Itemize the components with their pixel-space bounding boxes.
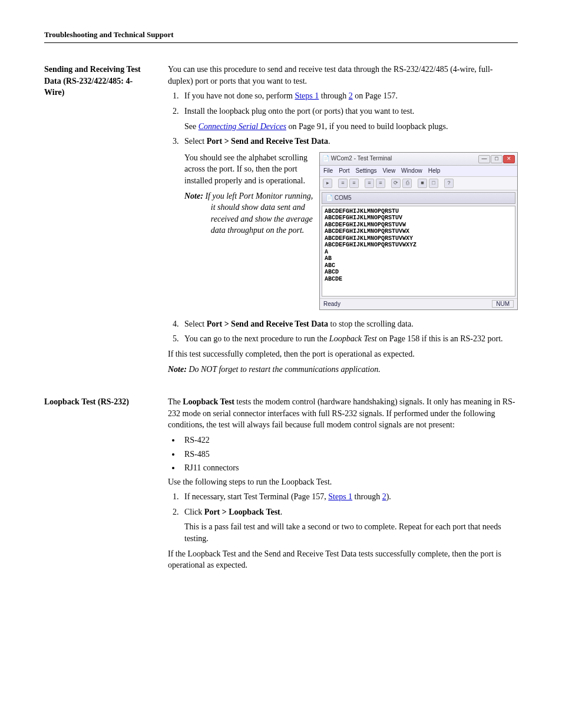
s1-post: ). [386,492,391,501]
step5-italic: Loopback Test [329,334,377,343]
s1-link1[interactable]: Steps 1 [328,492,352,501]
toolbar-icon[interactable]: ≡ [376,179,385,188]
toolbar-icon[interactable]: ▸ [323,179,332,188]
toolbar-icon[interactable]: ≡ [349,179,359,188]
section1-steps: If you have not done so, perform Steps 1… [168,90,518,345]
step1-pre: If you have not done so, perform [184,91,295,100]
section2-intro: The Loopback Test tests the modem contro… [168,396,518,431]
window-buttons: —□✕ [478,154,515,163]
step3-pre: Select [184,137,207,146]
section-sending-receiving: Sending and Receiving Test Data (RS-232/… [44,64,518,378]
com-port-header: 📄 COM5 [322,192,515,204]
list-item: Click Port > Loopback Test. This is a pa… [181,506,518,545]
list-item: Select Port > Send and Receive Test Data… [181,136,518,315]
toolbar-icon[interactable]: □ [429,179,438,188]
note-body: Do NOT forget to restart the communicati… [189,365,380,374]
intro-pre: The [168,397,183,406]
s2-post: . [280,508,283,516]
step2-link[interactable]: 2 [349,91,353,100]
note-body: If you left Port Monitor running, it sho… [205,192,313,235]
status-num: NUM [492,300,514,308]
header-text: Troubleshooting and Technical Support [44,30,174,39]
toolbar-icon[interactable]: ■ [418,179,427,188]
steps1-link[interactable]: Steps 1 [295,91,319,100]
menu-window[interactable]: Window [401,167,422,175]
step3-bold: Port > Send and Receive Test Data [207,137,328,146]
separator-icon [361,179,363,187]
window-title-bar: 📄 WCom2 - Test Terminal —□✕ [320,153,517,166]
toolbar: ▸ ≡ ≡ ≡ ≡ ⟳ ⎙ ■ □ [320,177,517,190]
status-left: Ready [323,300,340,308]
page-header: Troubleshooting and Technical Support [44,29,518,43]
toolbar-icon[interactable]: ⟳ [391,179,401,188]
intro-bold: Loopback Test [183,397,234,406]
toolbar-icon[interactable]: ≡ [365,179,374,188]
separator-icon [440,179,442,187]
s1-pre: If necessary, start Test Terminal (Page … [184,492,328,501]
terminal-output: ABCDEFGHIJKLMNOPQRSTU ABCDEFGHIJKLMNOPQR… [322,206,515,297]
window-title-text: WCom2 - Test Terminal [331,155,392,162]
window-title: 📄 WCom2 - Test Terminal [322,154,392,163]
list-item: RS-485 [181,449,518,460]
close-button[interactable]: ✕ [503,155,515,163]
list-item: RJ11 connectors [181,462,518,474]
separator-icon [387,179,389,187]
section1-title: Sending and Receiving Test Data (RS-232/… [44,64,150,98]
s2-sub: This is a pass fail test and will take a… [184,521,518,544]
com-port-label: COM5 [335,195,352,201]
step5-pre: You can go to the next procedure to run … [184,334,329,343]
section2-conclude: If the Loopback Test and the Send and Re… [168,548,518,571]
bullet-list: RS-422 RS-485 RJ11 connectors [168,434,518,474]
list-item: You can go to the next procedure to run … [181,333,518,345]
menu-help[interactable]: Help [428,167,441,175]
toolbar-icon[interactable]: ⎙ [402,179,412,188]
step3-post: . [328,137,330,146]
s2-bold: Port > Loopback Test [204,508,280,516]
step2-sub-post: on Page 91, if you need to build loopbac… [286,122,448,131]
step4-post: to stop the scrolling data. [328,319,414,328]
step2-text: Install the loopback plug onto the port … [184,107,414,116]
menu-file[interactable]: File [323,167,333,175]
step1-mid: through [319,91,349,100]
section1-final-note: Note: Do NOT forget to restart the commu… [168,364,518,375]
menu-port[interactable]: Port [339,167,349,175]
separator-icon [334,179,336,187]
s1-link2[interactable]: 2 [382,492,386,501]
list-item: RS-422 [181,434,518,446]
connecting-serial-link[interactable]: Connecting Serial Devices [199,122,286,131]
note-label: Note: [168,365,187,374]
note-label: Note: [184,192,203,200]
list-item: Install the loopback plug onto the port … [181,106,518,132]
step4-pre: Select [184,319,207,328]
list-item: If necessary, start Test Terminal (Page … [181,491,518,503]
s2-pre: Click [184,508,204,516]
list-item: Select Port > Send and Receive Test Data… [181,318,518,330]
step5-post: on Page 158 if this is an RS-232 port. [377,334,503,343]
s1-mid: through [352,492,382,501]
section1-intro: You can use this procedure to send and r… [168,64,518,87]
section-loopback: Loopback Test (RS-232) The Loopback Test… [44,396,518,575]
section2-use: Use the following steps to run the Loopb… [168,476,518,488]
test-terminal-screenshot: 📄 WCom2 - Test Terminal —□✕ File Port Se… [319,152,518,310]
separator-icon [414,179,416,187]
step1-post: on Page 157. [353,91,398,100]
section2-title: Loopback Test (RS-232) [44,396,150,408]
step2-sub-pre: See [184,122,199,131]
section2-steps: If necessary, start Test Terminal (Page … [168,491,518,544]
toolbar-icon[interactable]: ≡ [338,179,348,188]
menu-bar: File Port Settings View Window Help [320,166,517,177]
menu-view[interactable]: View [383,167,396,175]
step4-bold: Port > Send and Receive Test Data [207,319,328,328]
list-item: If you have not done so, perform Steps 1… [181,90,518,102]
toolbar-help-icon[interactable]: ? [444,179,454,188]
section1-conclude: If this test successfully completed, the… [168,348,518,360]
menu-settings[interactable]: Settings [355,167,376,175]
minimize-button[interactable]: — [478,155,490,163]
maximize-button[interactable]: □ [491,155,503,163]
status-bar: Ready NUM [320,298,517,309]
